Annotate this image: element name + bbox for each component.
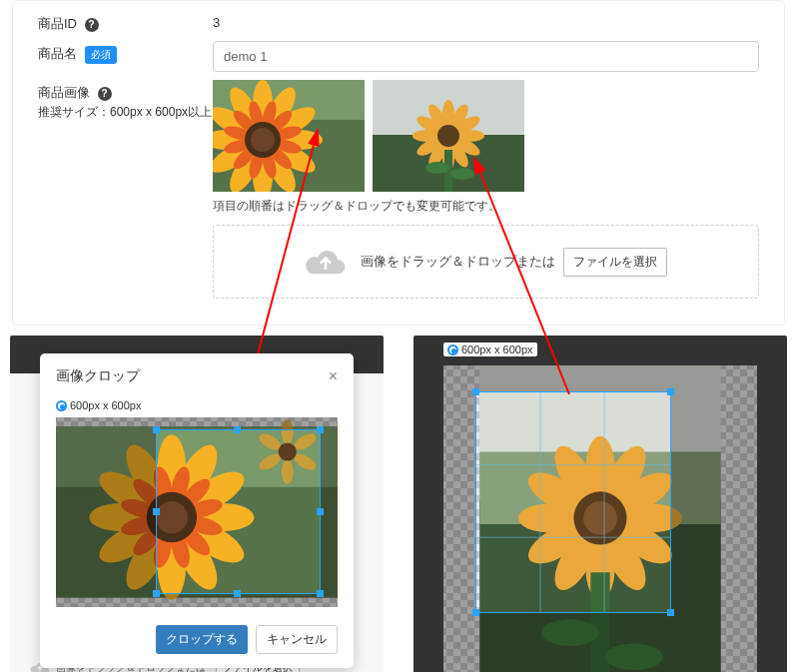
help-icon[interactable]: ? <box>85 18 99 32</box>
crop-panel-left: 画像クロップ × 600px x 600px <box>10 336 384 672</box>
row-product-id: 商品ID ? 3 <box>38 11 759 33</box>
svg-point-45 <box>450 168 474 180</box>
crop-canvas[interactable] <box>56 417 338 607</box>
crop-modal: 画像クロップ × 600px x 600px <box>40 353 354 668</box>
crop-canvas[interactable] <box>443 365 757 672</box>
drag-drop-note: 項目の順番はドラッグ＆ドロップでも変更可能です。 <box>213 198 759 215</box>
required-badge: 必須 <box>85 46 117 64</box>
help-icon[interactable]: ? <box>98 87 112 101</box>
thumbnail-image[interactable] <box>213 80 365 192</box>
row-product-name: 商品名 必須 <box>38 41 759 72</box>
cloud-upload-icon <box>305 246 347 278</box>
radio-icon <box>56 400 67 411</box>
file-select-button[interactable]: ファイルを選択 <box>563 248 667 277</box>
radio-icon <box>447 344 458 355</box>
image-thumbnails <box>213 80 759 192</box>
label-product-name-text: 商品名 <box>38 46 77 61</box>
label-product-id: 商品ID ? <box>38 11 213 33</box>
sunflower-icon <box>373 80 524 192</box>
close-icon[interactable]: × <box>329 367 338 385</box>
crop-selection[interactable] <box>156 429 321 594</box>
crop-size-radio[interactable]: 600px x 600px <box>56 399 338 411</box>
crop-selection[interactable] <box>475 391 671 613</box>
product-form: 商品ID ? 3 商品名 必須 商品画像 ? 推奨サイズ：600px x 600… <box>12 0 785 326</box>
thumbnail-image[interactable] <box>373 80 524 192</box>
recommended-size: 推奨サイズ：600px x 600px以上 <box>38 104 213 121</box>
svg-point-42 <box>437 125 459 147</box>
crop-button[interactable]: クロップする <box>156 625 248 654</box>
crop-grid <box>476 392 670 612</box>
row-product-image: 商品画像 ? 推奨サイズ：600px x 600px以上 <box>38 80 759 299</box>
upload-text: 画像をドラッグ＆ドロップまたは <box>361 254 555 269</box>
product-name-input[interactable] <box>213 41 759 72</box>
crop-panel-right: 600px x 600px <box>413 336 787 672</box>
svg-point-44 <box>425 162 449 174</box>
cancel-button[interactable]: キャンセル <box>256 625 338 654</box>
label-product-image-text: 商品画像 <box>38 85 90 100</box>
svg-point-27 <box>251 128 275 152</box>
value-product-id: 3 <box>213 11 759 30</box>
label-product-id-text: 商品ID <box>38 16 77 31</box>
modal-title: 画像クロップ <box>56 367 140 385</box>
crop-size-label: 600px x 600px <box>70 399 142 411</box>
label-product-name: 商品名 必須 <box>38 41 213 64</box>
sunflower-icon <box>213 80 365 192</box>
svg-point-100 <box>605 644 663 671</box>
svg-point-99 <box>541 619 599 646</box>
upload-dropzone[interactable]: 画像をドラッグ＆ドロップまたは ファイルを選択 <box>213 225 759 299</box>
crop-size-label: 600px x 600px <box>461 343 533 355</box>
crop-size-radio[interactable]: 600px x 600px <box>443 339 757 359</box>
label-product-image: 商品画像 ? 推奨サイズ：600px x 600px以上 <box>38 80 213 121</box>
